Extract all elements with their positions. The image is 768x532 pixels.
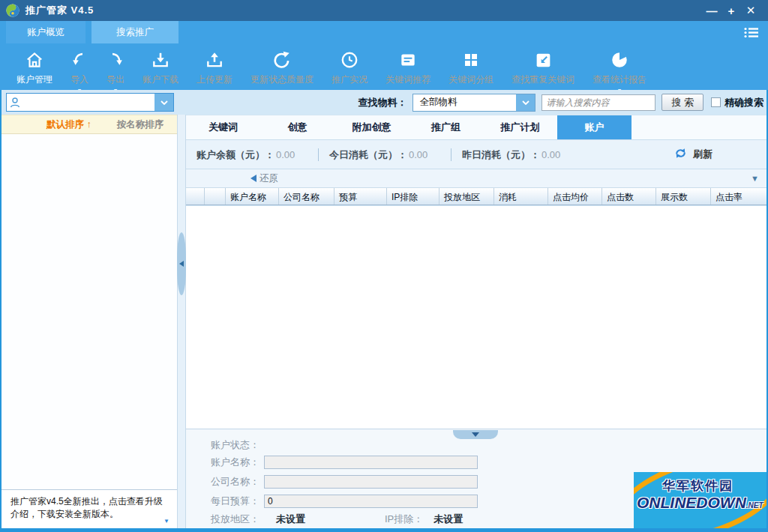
notice-caret-icon[interactable]: ▼ (164, 518, 170, 525)
column-header-1[interactable] (186, 188, 205, 205)
toolbar-item-label: 账户管理 (16, 73, 52, 86)
column-header-5[interactable]: 预算 (334, 188, 387, 205)
toolbar-item-label: 上传更新 (196, 73, 232, 86)
toolbar-item-9[interactable]: 关键词分组 (440, 49, 502, 86)
material-select[interactable]: 全部物料 (412, 94, 536, 112)
toolbar-item-label: 更新状态质量度 (250, 73, 314, 86)
exact-search-checkbox[interactable] (711, 97, 721, 107)
menu-list-icon[interactable] (744, 27, 759, 38)
material-tab-4[interactable]: 推广组 (409, 115, 483, 139)
account-name-row: 账户名称： (186, 455, 768, 470)
sidebar-splitter[interactable] (177, 115, 186, 529)
refresh-icon (674, 148, 687, 161)
material-search-input[interactable] (542, 94, 656, 111)
ip-exclude-value[interactable]: 未设置 (434, 513, 463, 526)
clock-icon (340, 49, 359, 71)
daily-budget-label: 每日预算： (186, 495, 260, 508)
maximize-button[interactable]: + (722, 4, 741, 17)
search-button[interactable]: 搜 索 (662, 94, 704, 111)
account-tree-list[interactable] (0, 134, 177, 489)
restore-label: 还原 (260, 172, 278, 185)
window-controls: — + ✕ (702, 4, 760, 17)
account-status-label: 账户状态： (186, 438, 260, 452)
column-header-11[interactable]: 展示数 (656, 188, 711, 205)
stat-value: 0.00 (276, 149, 295, 160)
toolbar-item-label: 查看统计报告 (592, 73, 646, 86)
column-header-3[interactable]: 账户名称 (226, 188, 279, 205)
material-tab-3[interactable]: 附加创意 (334, 115, 409, 139)
nav-tab-2[interactable]: 搜索推广 (92, 21, 178, 43)
stat-value: 0.00 (409, 149, 428, 160)
minimize-button[interactable]: — (702, 4, 722, 17)
daily-budget-input[interactable] (264, 495, 478, 508)
collapse-down-icon (472, 432, 479, 437)
window-left-border (0, 90, 2, 532)
toolbar-item-5[interactable]: 上传更新 (188, 49, 242, 86)
toolbar-item-10[interactable]: 查找重复关键词 (502, 49, 584, 86)
export-arrow-icon (106, 49, 124, 71)
stat-separator (318, 148, 319, 161)
column-header-8[interactable]: 消耗 (494, 188, 548, 205)
import-arrow-icon (70, 49, 88, 71)
nav-bar: 账户概览搜索推广 (0, 21, 768, 43)
sort-option-1[interactable]: 默认排序 ↑ (46, 118, 92, 131)
collapse-arrows-icon (534, 49, 553, 71)
select-dropdown-icon (516, 94, 535, 111)
refresh-label: 刷新 (693, 148, 712, 161)
sidebar-search-input[interactable] (23, 95, 154, 110)
company-name-input (264, 475, 478, 489)
refresh-button[interactable]: 刷新 (674, 148, 712, 161)
stat-item: 账户余额（元）：0.00 (196, 148, 314, 162)
column-header-10[interactable]: 点击数 (602, 188, 656, 205)
toolbar: 账户管理导入▼导出▼账户下载上传更新更新状态质量度推广实况关键词推荐关键词分组查… (0, 43, 768, 90)
column-header-12[interactable]: 点击率 (711, 188, 768, 205)
toolbar-item-11[interactable]: 查看统计报告▼ (584, 49, 656, 94)
material-tab-6[interactable]: 账户 (557, 115, 632, 139)
toolbar-item-label: 查找重复关键词 (512, 73, 574, 86)
material-tab-2[interactable]: 创意 (260, 115, 334, 139)
close-button[interactable]: ✕ (741, 4, 760, 17)
stat-label: 今日消耗（元）： (329, 149, 407, 160)
toolbar-item-8[interactable]: 关键词推荐 (376, 49, 440, 86)
toolbar-item-label: 导入 (70, 73, 88, 86)
download-icon (151, 49, 170, 71)
material-tab-5[interactable]: 推广计划 (483, 115, 557, 139)
column-header-9[interactable]: 点击均价 (548, 188, 602, 205)
table-body[interactable] (186, 206, 768, 429)
toolbar-item-3[interactable]: 导出▼ (98, 49, 134, 94)
toolbar-item-4[interactable]: 账户下载 (134, 49, 188, 86)
refresh-icon (272, 49, 292, 71)
region-value[interactable]: 未设置 (276, 513, 305, 526)
toolbar-item-label: 账户下载 (142, 73, 178, 86)
sidebar-search-dropdown-button[interactable] (154, 94, 173, 111)
nav-tab-1[interactable]: 账户概览 (6, 21, 86, 43)
upgrade-notice-text: 推广管家v4.5全新推出，点击查看升级介绍，下载安装全新版本。 (0, 490, 177, 521)
toolbar-item-label: 关键词推荐 (386, 73, 430, 86)
column-header-4[interactable]: 公司名称 (279, 188, 334, 205)
restore-button[interactable]: 还原 (250, 172, 278, 185)
grid-icon (462, 49, 480, 71)
column-header-6[interactable]: IP排除 (387, 188, 440, 205)
column-header-2[interactable] (205, 188, 226, 205)
collapse-panel-icon[interactable]: ▼ (751, 174, 759, 183)
toolbar-item-6[interactable]: 更新状态质量度 (242, 49, 322, 86)
company-name-label: 公司名称： (186, 475, 260, 489)
splitter-collapse-handle[interactable] (177, 232, 186, 295)
toolbar-item-7[interactable]: 推广实况 (322, 49, 376, 86)
back-arrow-icon (250, 175, 256, 182)
account-name-label: 账户名称： (186, 456, 260, 469)
toolbar-item-2[interactable]: 导入▼ (62, 49, 98, 94)
collapse-left-icon (179, 261, 184, 267)
toolbar-item-1[interactable]: 账户管理 (8, 49, 62, 86)
watermark-brand: ONLINEDOWN.NET (637, 494, 764, 512)
filter-bar: 查找物料： 全部物料 搜 索 精确搜索 (358, 94, 764, 112)
material-tab-1[interactable]: 关键词 (186, 115, 260, 139)
material-tabs: 关键词创意附加创意推广组推广计划账户 (186, 115, 768, 139)
upgrade-notice[interactable]: 推广管家v4.5全新推出，点击查看升级介绍，下载安装全新版本。 ▼ (0, 489, 177, 528)
column-header-7[interactable]: 投放地区 (440, 188, 494, 205)
table-header: 账户名称公司名称预算IP排除投放地区消耗点击均价点击数展示数点击率 (186, 187, 768, 205)
sort-option-2[interactable]: 按名称排序 (117, 118, 164, 131)
stats-list: 账户余额（元）：0.00今日消耗（元）：0.00昨日消耗（元）：0.00 (196, 148, 579, 162)
top-band: 查找物料： 全部物料 搜 索 精确搜索 (0, 90, 768, 115)
window-bottom-border (0, 528, 768, 532)
